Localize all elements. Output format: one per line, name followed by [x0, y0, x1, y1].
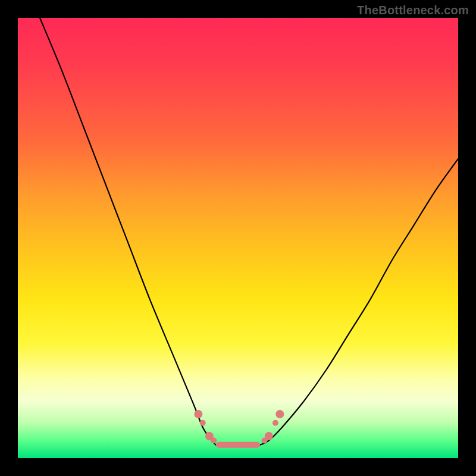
valley-floor-bar — [216, 442, 260, 448]
bead-marker — [273, 420, 278, 426]
curve-right — [260, 159, 458, 445]
bead-marker — [265, 432, 273, 440]
chart-svg — [18, 18, 458, 458]
bead-marker — [211, 437, 217, 443]
attribution-text: TheBottleneck.com — [357, 4, 469, 17]
bead-marker — [200, 420, 206, 426]
bead-group — [194, 410, 284, 448]
curve-left — [40, 18, 216, 445]
plot-area — [18, 18, 458, 458]
chart-frame: TheBottleneck.com — [0, 0, 476, 476]
curve-group — [40, 18, 458, 445]
bead-marker — [275, 410, 284, 418]
bead-marker — [194, 410, 202, 418]
